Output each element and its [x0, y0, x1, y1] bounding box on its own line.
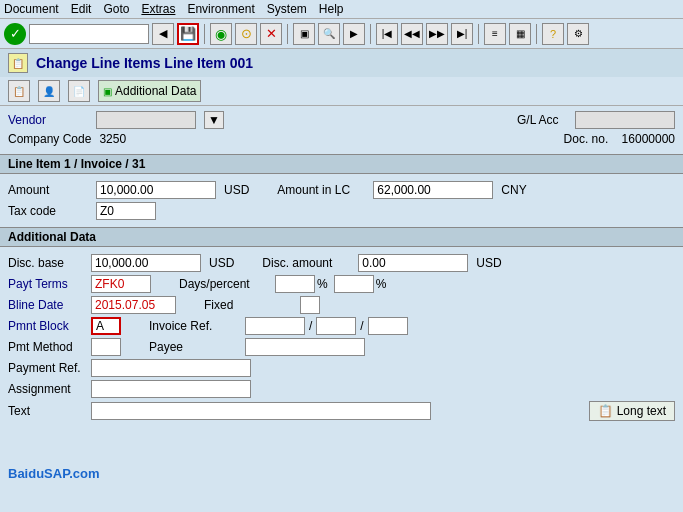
menu-system[interactable]: System: [267, 2, 307, 16]
percent-sign-1: %: [317, 277, 328, 291]
menu-btn1[interactable]: ≡: [484, 23, 506, 45]
invoice-ref-slash1: /: [309, 319, 312, 333]
sub-additional-data-btn[interactable]: ▣ Additional Data: [98, 80, 201, 102]
separator-5: [536, 24, 537, 44]
pmt-method-input[interactable]: [91, 338, 121, 356]
disc-amount-currency: USD: [476, 256, 501, 270]
next-button[interactable]: ▶▶: [426, 23, 448, 45]
gl-acc-label: G/L Acc: [517, 113, 567, 127]
payee-label: Payee: [149, 340, 229, 354]
text-row: Text 📋 Long text: [8, 401, 675, 421]
separator-2: [287, 24, 288, 44]
payment-ref-input[interactable]: [91, 359, 251, 377]
main-content: 📋 Change Line Items Line Item 001 📋 👤 📄 …: [0, 49, 683, 501]
gl-acc-input[interactable]: [575, 111, 675, 129]
payment-ref-row: Payment Ref.: [8, 359, 675, 377]
disc-base-input[interactable]: [91, 254, 201, 272]
pmnt-block-input[interactable]: [91, 317, 121, 335]
days-percent-input2[interactable]: [334, 275, 374, 293]
payee-input[interactable]: [245, 338, 365, 356]
prev-button[interactable]: ◀◀: [401, 23, 423, 45]
menu-document[interactable]: Document: [4, 2, 59, 16]
sub-toolbar: 📋 👤 📄 ▣ Additional Data: [0, 77, 683, 106]
fixed-input[interactable]: [300, 296, 320, 314]
separator-4: [478, 24, 479, 44]
menu-extras[interactable]: Extras: [141, 2, 175, 16]
menu-btn2[interactable]: ▦: [509, 23, 531, 45]
bline-date-input[interactable]: [91, 296, 176, 314]
pmt-method-row: Pmt Method Payee: [8, 338, 675, 356]
settings-button[interactable]: ⚙: [567, 23, 589, 45]
assignment-label: Assignment: [8, 382, 83, 396]
company-code-row: Company Code 3250 Doc. no. 16000000: [8, 132, 675, 146]
menu-environment[interactable]: Environment: [187, 2, 254, 16]
text-label: Text: [8, 404, 83, 418]
invoice-ref-input1[interactable]: [245, 317, 305, 335]
percent-sign-2: %: [376, 277, 387, 291]
disc-base-label: Disc. base: [8, 256, 83, 270]
doc-no-value: 16000000: [622, 132, 675, 146]
invoice-ref-input2[interactable]: [316, 317, 356, 335]
assignment-row: Assignment: [8, 380, 675, 398]
cancel-button[interactable]: ✕: [260, 23, 282, 45]
vendor-section: Vendor ▼ G/L Acc Company Code 3250 Doc. …: [0, 106, 683, 154]
find-button[interactable]: 🔍: [318, 23, 340, 45]
back-button[interactable]: ◉: [210, 23, 232, 45]
menu-help[interactable]: Help: [319, 2, 344, 16]
first-button[interactable]: |◀: [376, 23, 398, 45]
vendor-select-btn[interactable]: ▼: [204, 111, 224, 129]
print-button[interactable]: ▣: [293, 23, 315, 45]
pmt-method-label: Pmt Method: [8, 340, 83, 354]
days-percent-label: Days/percent: [179, 277, 259, 291]
vendor-label: Vendor: [8, 113, 88, 127]
last-button[interactable]: ▶|: [451, 23, 473, 45]
menu-goto[interactable]: Goto: [103, 2, 129, 16]
command-input[interactable]: [29, 24, 149, 44]
fixed-label: Fixed: [204, 298, 284, 312]
tax-code-input[interactable]: [96, 202, 156, 220]
assignment-input[interactable]: [91, 380, 251, 398]
nav-prev-button[interactable]: ◀: [152, 23, 174, 45]
pmnt-block-label: Pmnt Block: [8, 319, 83, 333]
amount-label: Amount: [8, 183, 88, 197]
menu-edit[interactable]: Edit: [71, 2, 92, 16]
company-code-label: Company Code: [8, 132, 91, 146]
company-code-value: 3250: [99, 132, 126, 146]
amount-input[interactable]: [96, 181, 216, 199]
toolbar: ✓ ◀ 💾 ◉ ⊙ ✕ ▣ 🔍 ▶ |◀ ◀◀ ▶▶ ▶| ≡ ▦ ? ⚙: [0, 19, 683, 49]
payt-terms-input[interactable]: [91, 275, 151, 293]
vendor-input[interactable]: [96, 111, 196, 129]
separator-1: [204, 24, 205, 44]
amount-lc-currency: CNY: [501, 183, 526, 197]
amount-currency: USD: [224, 183, 249, 197]
exit-button[interactable]: ⊙: [235, 23, 257, 45]
long-text-label: Long text: [617, 404, 666, 418]
vendor-row: Vendor ▼ G/L Acc: [8, 111, 675, 129]
amount-lc-label: Amount in LC: [277, 183, 357, 197]
title-bar: 📋 Change Line Items Line Item 001: [0, 49, 683, 77]
sub-btn3[interactable]: 📄: [68, 80, 90, 102]
confirm-button[interactable]: ✓: [4, 23, 26, 45]
payment-ref-label: Payment Ref.: [8, 361, 83, 375]
watermark: BaiduSAP.com: [8, 466, 100, 481]
invoice-ref-input3[interactable]: [368, 317, 408, 335]
separator-3: [370, 24, 371, 44]
long-text-button[interactable]: 📋 Long text: [589, 401, 675, 421]
long-text-icon: 📋: [598, 404, 613, 418]
amount-lc-input[interactable]: [373, 181, 493, 199]
sub-btn1[interactable]: 📋: [8, 80, 30, 102]
amount-row: Amount USD Amount in LC CNY: [8, 181, 675, 199]
disc-amount-input[interactable]: [358, 254, 468, 272]
days-percent-group: % %: [275, 275, 386, 293]
find-next-button[interactable]: ▶: [343, 23, 365, 45]
page-title: Change Line Items Line Item 001: [36, 55, 253, 71]
title-icon: 📋: [8, 53, 28, 73]
invoice-ref-group: / /: [245, 317, 408, 335]
text-input[interactable]: [91, 402, 431, 420]
help-button[interactable]: ?: [542, 23, 564, 45]
disc-row: Disc. base USD Disc. amount USD: [8, 254, 675, 272]
sub-btn2[interactable]: 👤: [38, 80, 60, 102]
line-item-form: Amount USD Amount in LC CNY Tax code: [0, 177, 683, 227]
nav-save-button[interactable]: 💾: [177, 23, 199, 45]
days-percent-input1[interactable]: [275, 275, 315, 293]
